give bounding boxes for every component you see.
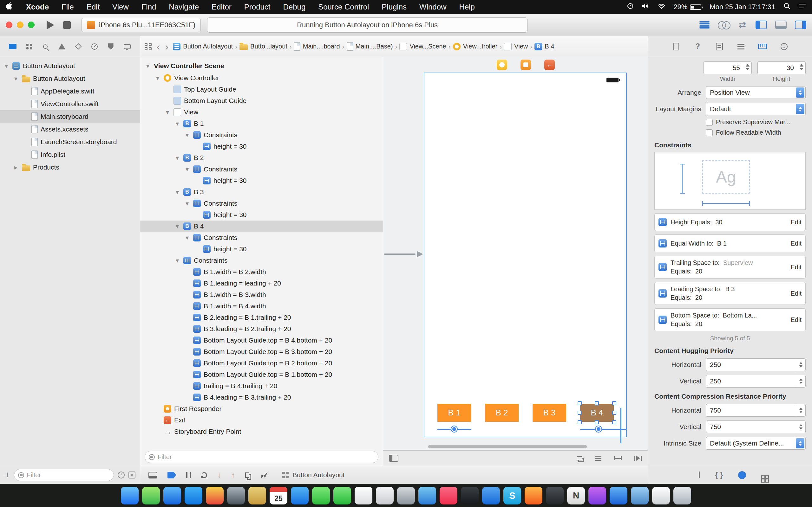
- scm-status-filter-icon[interactable]: [129, 471, 136, 478]
- pause-execution-button[interactable]: [186, 472, 191, 478]
- navigator-row-file[interactable]: LaunchScreen.storyboard: [0, 135, 140, 148]
- height-stepper[interactable]: [800, 64, 803, 70]
- toggle-navigator-button[interactable]: [756, 20, 767, 29]
- identity-inspector-tab[interactable]: [715, 42, 724, 51]
- dock-textedit-icon[interactable]: [652, 487, 670, 504]
- disclosure-icon[interactable]: [174, 120, 181, 127]
- dock-chrome-icon[interactable]: [206, 487, 223, 504]
- menu-editor[interactable]: Editor: [212, 3, 232, 11]
- battery-status[interactable]: 29%: [673, 3, 701, 11]
- outline-row[interactable]: B 3.leading = B 2.trailing + 20: [140, 323, 383, 335]
- outline-row[interactable]: B 2.leading = B 1.trailing + 20: [140, 312, 383, 323]
- menu-plugins[interactable]: Plugins: [382, 3, 407, 11]
- pin-constraints-button[interactable]: [614, 456, 622, 460]
- close-window-button[interactable]: [6, 21, 12, 28]
- dock-firefox-icon[interactable]: [525, 487, 542, 504]
- menu-help[interactable]: Help: [459, 3, 474, 11]
- canvas-button-b2[interactable]: B 2: [485, 404, 519, 422]
- constraint-badge[interactable]: [596, 426, 601, 432]
- size-inspector-tab[interactable]: [758, 42, 767, 51]
- dock-iterm-icon[interactable]: [546, 487, 564, 504]
- outline-row[interactable]: B 3: [140, 186, 383, 198]
- edit-constraint-button[interactable]: Edit: [791, 264, 802, 271]
- dock-itunes-icon[interactable]: [589, 487, 606, 504]
- jump-bar-segment[interactable]: Main....Base): [347, 43, 393, 51]
- height-field[interactable]: 30: [757, 61, 806, 74]
- constraint-card[interactable]: Trailing Space to: SuperviewEquals: 20 E…: [654, 256, 806, 279]
- breakpoint-navigator-tab[interactable]: [106, 42, 115, 51]
- version-editor-button[interactable]: ⇄: [739, 20, 746, 30]
- hugging-vertical-field[interactable]: 250: [706, 375, 806, 388]
- connections-inspector-tab[interactable]: [779, 42, 789, 51]
- object-library-tab[interactable]: [738, 471, 746, 479]
- compression-vertical-field[interactable]: 750: [706, 420, 806, 433]
- outline-row[interactable]: Constraints: [140, 129, 383, 141]
- stepper-icon[interactable]: [796, 421, 805, 433]
- toggle-debug-area-button[interactable]: [775, 20, 786, 29]
- menu-navigate[interactable]: Navigate: [169, 3, 199, 11]
- arrange-popup[interactable]: Position View: [706, 86, 806, 99]
- dock-maps-icon[interactable]: [142, 487, 160, 504]
- navigator-row-file-selected[interactable]: Main.storyboard: [0, 110, 140, 123]
- disclosure-icon[interactable]: [184, 131, 190, 139]
- dock-mail-icon[interactable]: [291, 487, 309, 504]
- navigator-row-file[interactable]: Assets.xcassets: [0, 123, 140, 135]
- menu-edit[interactable]: Edit: [87, 3, 100, 11]
- outline-row[interactable]: B 1.width = B 4.width: [140, 300, 383, 312]
- dock-system-preferences-icon[interactable]: [397, 487, 415, 504]
- stepper-icon[interactable]: [796, 375, 805, 387]
- back-button[interactable]: ‹: [157, 42, 160, 52]
- file-inspector-tab[interactable]: [671, 42, 681, 51]
- disclosure-icon[interactable]: [174, 188, 181, 196]
- jump-bar-segment[interactable]: Butto...layout: [240, 43, 287, 50]
- step-out-button[interactable]: ↑: [231, 470, 235, 480]
- disclosure-icon[interactable]: [3, 62, 9, 70]
- constraint-card[interactable]: Height Equals: 30 Edit: [654, 213, 806, 231]
- disclosure-icon[interactable]: [164, 108, 171, 116]
- canvas-button-b3[interactable]: B 3: [532, 404, 566, 422]
- outline-row[interactable]: Exit: [140, 414, 383, 426]
- follow-readable-checkbox-row[interactable]: Follow Readable Width: [706, 129, 806, 136]
- dock-skype-icon[interactable]: [503, 487, 521, 504]
- outline-row[interactable]: B 4.leading = B 3.trailing + 20: [140, 392, 383, 403]
- constraint-badge[interactable]: [451, 426, 457, 432]
- dock-transmit-icon[interactable]: [631, 487, 649, 504]
- assistant-editor-button[interactable]: [718, 21, 730, 29]
- disclosure-icon[interactable]: [174, 257, 181, 264]
- outline-scene-header[interactable]: View Controller Scene: [140, 60, 383, 72]
- width-stepper[interactable]: [746, 64, 750, 70]
- stepper-icon[interactable]: [796, 404, 805, 416]
- bottom-constraint-indicator[interactable]: [620, 408, 621, 443]
- code-snippet-library-tab[interactable]: [715, 471, 723, 480]
- dock-launchpad-icon[interactable]: [227, 487, 245, 504]
- resolve-autolayout-issues-button[interactable]: [635, 456, 642, 461]
- scheme-selector[interactable]: iPhone 6s Plu...11EE063C51F): [82, 18, 201, 32]
- outline-row[interactable]: First Responder: [140, 403, 383, 414]
- dock-finder-icon[interactable]: [121, 487, 139, 504]
- disclosure-icon[interactable]: [13, 75, 19, 82]
- volume-icon[interactable]: [642, 3, 649, 11]
- constraint-card[interactable]: Leading Space to: B 3Equals: 20 Edit: [654, 282, 806, 305]
- toggle-inspector-button[interactable]: [795, 20, 806, 29]
- dock-messages-icon[interactable]: [312, 487, 330, 504]
- zoom-window-button[interactable]: [28, 21, 35, 28]
- project-navigator-tab[interactable]: [8, 42, 17, 51]
- outline-row-selected[interactable]: B 4: [140, 221, 383, 232]
- menu-find[interactable]: Find: [142, 3, 156, 11]
- constraint-card[interactable]: Bottom Space to: Bottom La...Equals: 20 …: [654, 308, 806, 331]
- outline-row[interactable]: Constraints: [140, 198, 383, 209]
- breakpoints-toggle-button[interactable]: [167, 472, 176, 478]
- view-controller-dock-icon[interactable]: [497, 60, 507, 70]
- minimize-window-button[interactable]: [17, 21, 23, 28]
- resize-handle[interactable]: [577, 401, 582, 405]
- notification-center-icon[interactable]: [799, 3, 806, 11]
- outline-row[interactable]: Bottom Layout Guide.top = B 1.bottom + 2…: [140, 369, 383, 380]
- spotlight-icon[interactable]: [783, 3, 791, 11]
- outline-row[interactable]: Bottom Layout Guide: [140, 95, 383, 107]
- hugging-horizontal-field[interactable]: 250: [706, 358, 806, 371]
- run-button[interactable]: [47, 20, 54, 30]
- outline-row[interactable]: Storyboard Entry Point: [140, 426, 383, 437]
- disclosure-icon[interactable]: [145, 62, 151, 70]
- canvas-button-b4-selected[interactable]: B 4: [580, 404, 614, 422]
- width-field[interactable]: 55: [704, 61, 752, 74]
